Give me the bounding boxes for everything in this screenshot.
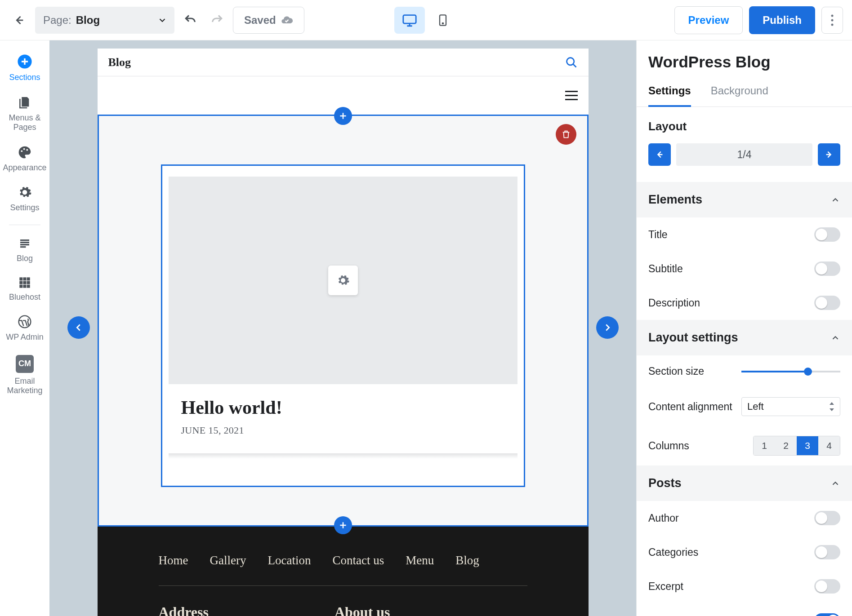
toggle-row-subtitle: Subtitle — [637, 252, 852, 286]
right-panel: WordPress Blog Settings Background Layou… — [636, 40, 852, 616]
excerpt-toggle[interactable] — [814, 579, 840, 594]
add-section-above-button[interactable] — [334, 107, 352, 125]
title-toggle[interactable] — [814, 227, 840, 242]
toggle-row-description: Description — [637, 286, 852, 320]
page-selector-value: Blog — [76, 14, 100, 27]
layout-prev-button[interactable] — [648, 143, 671, 166]
svg-rect-17 — [23, 284, 27, 288]
footer-nav-link[interactable]: Menu — [406, 554, 434, 567]
svg-rect-14 — [23, 281, 27, 284]
toggle-label: Title — [648, 229, 668, 241]
toggle-row-title: Title — [637, 217, 852, 252]
rail-item-wp-admin[interactable]: WP Admin — [0, 309, 49, 348]
section-next-button[interactable] — [596, 316, 619, 339]
rail-item-settings[interactable]: Settings — [0, 180, 49, 218]
wordpress-icon — [18, 315, 32, 329]
rail-item-menus-pages[interactable]: Menus & Pages — [0, 90, 49, 138]
post-body: Hello world! JUNE 15, 2021 — [162, 384, 524, 454]
rail-item-appearance[interactable]: Appearance — [0, 140, 49, 178]
svg-rect-10 — [19, 277, 22, 280]
rail-divider — [9, 225, 40, 225]
description-toggle[interactable] — [814, 296, 840, 310]
tab-settings[interactable]: Settings — [648, 75, 691, 107]
redo-icon — [210, 13, 224, 27]
elements-section-header[interactable]: Elements — [637, 182, 852, 217]
footer-nav-link[interactable]: Blog — [455, 554, 479, 567]
chevron-down-icon — [157, 15, 167, 25]
toggle-row-excerpt: Excerpt — [637, 569, 852, 603]
section-prev-button[interactable] — [67, 316, 90, 339]
publication-date-toggle[interactable] — [814, 613, 840, 616]
add-section-below-button[interactable] — [334, 516, 352, 534]
save-status-label: Saved — [244, 14, 276, 27]
layout-settings-header[interactable]: Layout settings — [637, 320, 852, 355]
toggle-label: Description — [648, 297, 700, 309]
rail-item-label: Sections — [9, 73, 40, 83]
author-toggle[interactable] — [814, 511, 840, 525]
layout-next-button[interactable] — [818, 143, 840, 166]
rail-item-label: Bluehost — [9, 292, 40, 302]
columns-label: Columns — [648, 440, 689, 452]
selected-section[interactable]: Hello world! JUNE 15, 2021 — [98, 115, 589, 527]
main-area: Sections Menus & Pages Appearance Settin… — [0, 40, 852, 616]
left-rail: Sections Menus & Pages Appearance Settin… — [0, 40, 49, 616]
columns-option-1[interactable]: 1 — [754, 436, 775, 455]
more-menu-button[interactable] — [821, 7, 843, 34]
footer-nav-link[interactable]: Contact us — [332, 554, 384, 567]
toggle-row-author: Author — [637, 501, 852, 535]
layout-counter: 1/4 — [676, 143, 812, 166]
hamburger-menu-icon[interactable] — [565, 91, 578, 100]
toggle-label: Subtitle — [648, 263, 683, 275]
publish-button[interactable]: Publish — [749, 6, 815, 34]
subtitle-toggle[interactable] — [814, 261, 840, 276]
svg-rect-15 — [27, 281, 30, 284]
rail-item-email-marketing[interactable]: CM Email Marketing — [0, 350, 49, 401]
chevron-right-icon — [602, 323, 612, 332]
redo-button[interactable] — [207, 10, 227, 30]
top-bar: Page: Blog Saved Preview Publish — [0, 0, 852, 40]
footer-columns: Address About us — [159, 586, 527, 616]
columns-option-3[interactable]: 3 — [797, 436, 818, 455]
app-root: Page: Blog Saved Preview Publish — [0, 0, 852, 616]
rail-item-sections[interactable]: Sections — [0, 49, 49, 88]
elements-heading: Elements — [648, 193, 702, 207]
rail-item-blog[interactable]: Blog — [0, 231, 49, 269]
page-title: Blog — [108, 56, 131, 69]
footer-nav-link[interactable]: Location — [268, 554, 311, 567]
desktop-view-button[interactable] — [394, 7, 425, 34]
page-selector[interactable]: Page: Blog — [35, 7, 174, 34]
device-switcher — [394, 7, 458, 34]
gear-icon — [336, 274, 350, 287]
section-size-slider[interactable] — [741, 371, 840, 372]
rail-item-label: Email Marketing — [0, 377, 49, 396]
canvas[interactable]: Blog — [49, 40, 636, 616]
svg-rect-0 — [403, 15, 415, 23]
gear-icon — [18, 185, 32, 199]
mobile-view-button[interactable] — [428, 7, 458, 34]
preview-button[interactable]: Preview — [674, 6, 743, 34]
rail-item-bluehost[interactable]: Bluehost — [0, 271, 49, 308]
footer-nav-link[interactable]: Gallery — [210, 554, 246, 567]
text-lines-icon — [18, 237, 31, 250]
post-title: Hello world! — [181, 397, 505, 418]
search-icon[interactable] — [565, 56, 578, 69]
content-alignment-row: Content alignment Left — [637, 387, 852, 426]
columns-option-4[interactable]: 4 — [818, 436, 840, 455]
chevron-left-icon — [74, 323, 84, 332]
post-card[interactable]: Hello world! JUNE 15, 2021 — [161, 164, 525, 487]
undo-button[interactable] — [181, 10, 201, 30]
layout-settings-heading: Layout settings — [648, 331, 738, 345]
categories-toggle[interactable] — [814, 545, 840, 559]
svg-rect-12 — [27, 277, 30, 280]
tab-background[interactable]: Background — [711, 75, 768, 106]
toggle-label: Excerpt — [648, 581, 683, 593]
back-button[interactable] — [9, 10, 29, 30]
section-size-label: Section size — [648, 365, 704, 377]
delete-section-button[interactable] — [556, 124, 576, 145]
posts-section-header[interactable]: Posts — [637, 465, 852, 501]
columns-row: Columns 1 2 3 4 — [637, 426, 852, 465]
footer-nav-link[interactable]: Home — [159, 554, 188, 567]
columns-option-2[interactable]: 2 — [775, 436, 797, 455]
content-alignment-select[interactable]: Left — [741, 397, 840, 416]
post-settings-button[interactable] — [328, 266, 358, 295]
